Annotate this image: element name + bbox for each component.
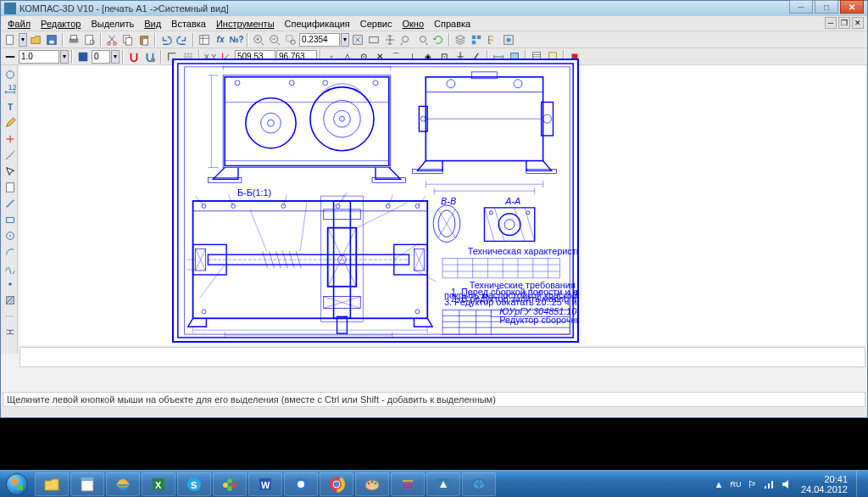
window-title: КОМПАС-3D V10 - [печать А1 ->Системный в… (19, 3, 864, 14)
menu-tools[interactable]: Инструменты (211, 17, 280, 31)
menu-view[interactable]: Вид (139, 17, 166, 31)
task-ie[interactable] (106, 472, 140, 496)
annotations-button[interactable]: T (3, 99, 18, 114)
task-word[interactable]: W (248, 472, 282, 496)
new-button[interactable] (3, 32, 18, 47)
help-button[interactable]: №? (229, 32, 244, 47)
zoom-out-button[interactable] (267, 32, 282, 47)
task-notepad[interactable] (70, 472, 104, 496)
measure2-button[interactable] (3, 148, 18, 163)
zoom-window-button[interactable] (283, 32, 298, 47)
zoom-prev-button[interactable] (398, 32, 414, 47)
geometry-button[interactable] (3, 67, 18, 82)
properties-button[interactable] (197, 32, 212, 47)
edit-button[interactable] (3, 115, 18, 131)
new-dropdown[interactable]: ▼ (19, 33, 27, 47)
menu-insert[interactable]: Вставка (166, 17, 211, 31)
redo-button[interactable] (175, 32, 190, 47)
menu-help[interactable]: Справка (429, 17, 476, 31)
svg-rect-4 (71, 35, 77, 38)
line-style-button[interactable] (3, 49, 18, 64)
task-icq[interactable] (213, 472, 247, 496)
task-kompas[interactable] (426, 472, 460, 496)
menu-file[interactable]: Файл (3, 17, 36, 31)
offset-tool-button[interactable] (3, 325, 18, 340)
arc-tool-button[interactable] (3, 244, 18, 260)
close-button[interactable]: ✕ (840, 0, 864, 14)
zoom-fit-button[interactable] (350, 32, 365, 47)
tray-flag-icon[interactable]: 🏳 (747, 478, 759, 490)
rect-tool-button[interactable] (3, 212, 18, 227)
params-button[interactable] (3, 131, 18, 147)
zoom-in-button[interactable] (251, 32, 266, 47)
tray-network-icon[interactable] (764, 478, 776, 490)
copy-button[interactable] (120, 32, 136, 47)
color-dropdown[interactable]: ▼ (111, 50, 120, 64)
svg-rect-68 (472, 72, 498, 79)
menu-select[interactable]: Выделить (86, 17, 139, 31)
application-window: КОМПАС-3D V10 - [печать А1 ->Системный в… (0, 0, 868, 418)
tray-volume-icon[interactable] (781, 478, 793, 490)
spec2-button[interactable] (3, 180, 18, 195)
svg-point-119 (227, 486, 232, 491)
task-explorer[interactable] (35, 472, 69, 496)
print-button[interactable] (66, 32, 81, 47)
maximize-button[interactable]: □ (815, 0, 838, 14)
task-paint[interactable] (355, 472, 389, 496)
point-tool-button[interactable] (3, 276, 18, 292)
task-winrar[interactable] (391, 472, 425, 496)
start-button[interactable] (0, 471, 34, 498)
snap-magnet-button[interactable] (126, 49, 142, 64)
dimensions-button[interactable]: 12 (3, 83, 18, 98)
tray-lang-icon[interactable]: RU (730, 478, 742, 490)
line-style-dropdown[interactable]: ▼ (60, 50, 69, 64)
task-vbox[interactable] (462, 472, 496, 496)
paste-button[interactable] (136, 32, 152, 47)
line-style-input[interactable] (19, 50, 59, 64)
preview-button[interactable] (82, 32, 97, 47)
zoom-next-button[interactable] (415, 32, 430, 47)
svg-point-123 (298, 481, 304, 488)
views-button[interactable] (469, 32, 484, 47)
pan-button[interactable] (382, 32, 398, 47)
layers-button[interactable] (453, 32, 468, 47)
doc-close-button[interactable]: ✕ (852, 17, 864, 29)
canvas[interactable]: Б-Б(1:1) (19, 65, 865, 345)
zoom-all-button[interactable] (366, 32, 381, 47)
doc-restore-button[interactable]: ❐ (838, 17, 850, 29)
line-tool-button[interactable] (3, 196, 18, 211)
zoom-dropdown[interactable]: ▼ (341, 33, 349, 47)
doc-minimize-button[interactable]: ─ (825, 17, 837, 29)
task-app1[interactable] (284, 472, 318, 496)
variables-button[interactable]: fx (213, 32, 228, 47)
menu-editor[interactable]: Редактор (36, 17, 86, 31)
show-desktop-button[interactable] (856, 471, 865, 498)
title-bar: КОМПАС-3D V10 - [печать А1 ->Системный в… (1, 1, 867, 16)
show-all-button[interactable] (501, 32, 516, 47)
model-tree-button[interactable] (485, 32, 500, 47)
open-button[interactable] (28, 32, 43, 47)
task-chrome[interactable] (320, 472, 353, 496)
minimize-button[interactable]: ─ (789, 0, 813, 14)
refresh-button[interactable] (431, 32, 446, 47)
hatch-tool-button[interactable] (3, 293, 18, 308)
save-button[interactable] (44, 32, 59, 47)
aux-tool-button[interactable] (3, 309, 18, 324)
tray-expand-icon[interactable]: ▲ (713, 478, 725, 490)
snap-settings-button[interactable] (142, 49, 158, 64)
zoom-input[interactable] (299, 33, 340, 47)
circle-tool-button[interactable] (3, 228, 18, 243)
cut-button[interactable] (104, 32, 120, 47)
undo-button[interactable] (159, 32, 174, 47)
color-button[interactable] (75, 49, 91, 64)
menu-window[interactable]: Окно (397, 17, 429, 31)
menu-service[interactable]: Сервис (355, 17, 398, 31)
svg-rect-61 (426, 77, 542, 92)
select-button[interactable] (3, 164, 18, 179)
clock[interactable]: 20:41 24.04.2012 (798, 474, 851, 494)
menu-spec[interactable]: Спецификация (280, 17, 355, 31)
task-skype[interactable]: S (177, 472, 211, 496)
color-index-input[interactable] (92, 50, 110, 64)
spline-tool-button[interactable] (3, 260, 18, 276)
task-excel[interactable]: X (142, 472, 175, 496)
